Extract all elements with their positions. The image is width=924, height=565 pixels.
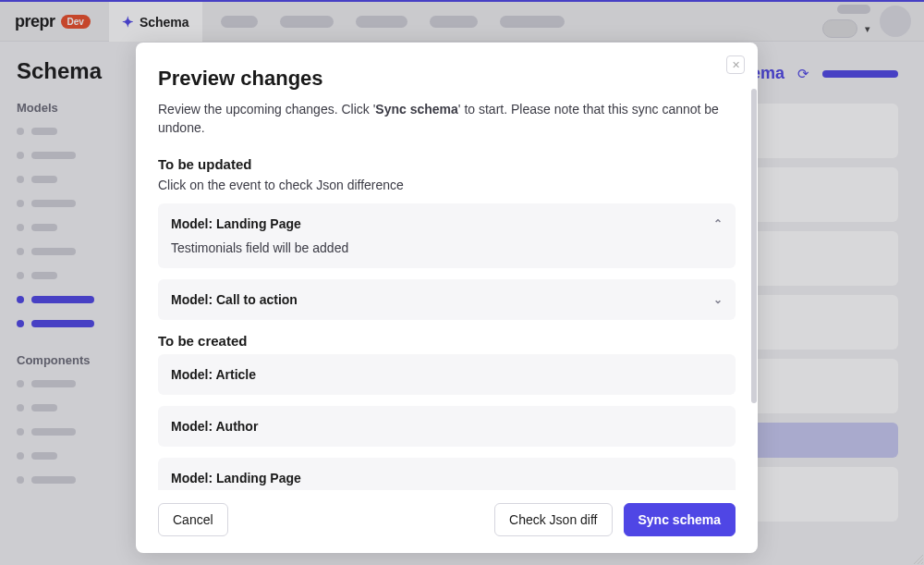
sync-schema-button[interactable]: Sync schema xyxy=(624,503,736,536)
updated-item[interactable]: Model: Call to action ⌄ xyxy=(158,279,736,320)
item-label: Model: Author xyxy=(171,419,258,434)
modal-subtitle: Review the upcoming changes. Click 'Sync… xyxy=(158,100,736,138)
cancel-button[interactable]: Cancel xyxy=(158,503,228,536)
close-button[interactable]: ✕ xyxy=(726,55,745,74)
item-label: Model: Landing Page xyxy=(171,471,301,485)
check-json-diff-button[interactable]: Check Json diff xyxy=(494,503,612,536)
updated-item[interactable]: Model: Landing Page ⌃ Testimonials field… xyxy=(158,203,736,268)
chevron-down-icon: ⌄ xyxy=(713,293,723,306)
item-label: Model: Landing Page xyxy=(171,216,301,231)
created-item[interactable]: Model: Article xyxy=(158,354,736,395)
scrollbar[interactable] xyxy=(751,89,757,403)
close-icon: ✕ xyxy=(732,59,740,71)
resize-handle xyxy=(914,555,923,564)
section-updated-hint: Click on the event to check Json differe… xyxy=(158,178,736,192)
item-label: Model: Call to action xyxy=(171,292,298,307)
modal-title: Preview changes xyxy=(158,67,736,91)
section-updated-title: To be updated xyxy=(158,156,736,172)
item-label: Model: Article xyxy=(171,367,256,382)
chevron-up-icon: ⌃ xyxy=(713,217,723,230)
item-detail: Testimonials field will be added xyxy=(171,240,723,255)
section-created-title: To be created xyxy=(158,333,736,349)
created-item[interactable]: Model: Author xyxy=(158,406,736,447)
preview-changes-modal: ✕ Preview changes Review the upcoming ch… xyxy=(136,43,758,553)
created-item[interactable]: Model: Landing Page xyxy=(158,458,736,490)
